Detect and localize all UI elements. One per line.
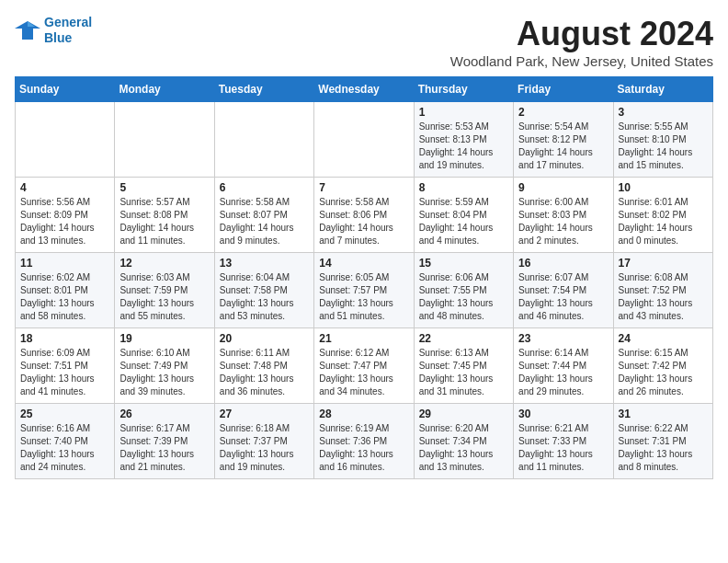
day-number: 27 bbox=[220, 408, 309, 420]
cell-info: Sunrise: 6:21 AM Sunset: 7:33 PM Dayligh… bbox=[518, 422, 608, 474]
cell-info: Sunrise: 5:57 AM Sunset: 8:08 PM Dayligh… bbox=[119, 196, 209, 247]
day-number: 23 bbox=[518, 332, 608, 345]
cell-info: Sunrise: 6:01 AM Sunset: 8:02 PM Dayligh… bbox=[619, 196, 708, 247]
weekday-header: Tuesday bbox=[214, 77, 313, 102]
cell-info: Sunrise: 6:00 AM Sunset: 8:03 PM Dayligh… bbox=[518, 196, 608, 247]
day-number: 2 bbox=[518, 106, 608, 119]
calendar-week-row: 18Sunrise: 6:09 AM Sunset: 7:51 PM Dayli… bbox=[16, 328, 713, 404]
calendar-cell: 15Sunrise: 6:06 AM Sunset: 7:55 PM Dayli… bbox=[414, 253, 513, 328]
day-number: 15 bbox=[419, 257, 508, 270]
day-number: 11 bbox=[20, 257, 109, 270]
logo: General Blue bbox=[15, 15, 92, 46]
day-number: 31 bbox=[619, 408, 708, 420]
cell-info: Sunrise: 6:16 AM Sunset: 7:40 PM Dayligh… bbox=[20, 422, 109, 474]
day-number: 20 bbox=[220, 332, 309, 345]
cell-info: Sunrise: 6:22 AM Sunset: 7:31 PM Dayligh… bbox=[619, 422, 708, 474]
day-number: 28 bbox=[319, 408, 408, 420]
cell-info: Sunrise: 6:03 AM Sunset: 7:59 PM Dayligh… bbox=[119, 271, 209, 323]
cell-info: Sunrise: 5:55 AM Sunset: 8:10 PM Dayligh… bbox=[619, 121, 708, 172]
cell-info: Sunrise: 6:18 AM Sunset: 7:37 PM Dayligh… bbox=[220, 422, 309, 474]
cell-info: Sunrise: 6:06 AM Sunset: 7:55 PM Dayligh… bbox=[419, 271, 508, 323]
calendar-cell: 2Sunrise: 5:54 AM Sunset: 8:12 PM Daylig… bbox=[514, 102, 613, 178]
calendar-cell: 29Sunrise: 6:20 AM Sunset: 7:34 PM Dayli… bbox=[414, 404, 513, 479]
cell-info: Sunrise: 6:02 AM Sunset: 8:01 PM Dayligh… bbox=[20, 271, 109, 323]
calendar-cell: 3Sunrise: 5:55 AM Sunset: 8:10 PM Daylig… bbox=[613, 102, 712, 178]
day-number: 25 bbox=[20, 408, 109, 420]
weekday-header: Sunday bbox=[16, 77, 115, 102]
cell-info: Sunrise: 6:17 AM Sunset: 7:39 PM Dayligh… bbox=[119, 422, 209, 474]
weekday-header: Saturday bbox=[613, 77, 712, 102]
calendar-cell bbox=[314, 102, 414, 178]
day-number: 8 bbox=[419, 181, 508, 194]
day-number: 6 bbox=[220, 181, 309, 194]
weekday-header-row: SundayMondayTuesdayWednesdayThursdayFrid… bbox=[16, 77, 713, 102]
page-header: General Blue August 2024 Woodland Park, … bbox=[15, 15, 713, 69]
calendar-cell: 10Sunrise: 6:01 AM Sunset: 8:02 PM Dayli… bbox=[613, 178, 712, 253]
calendar-cell: 4Sunrise: 5:56 AM Sunset: 8:09 PM Daylig… bbox=[16, 178, 115, 253]
cell-info: Sunrise: 6:08 AM Sunset: 7:52 PM Dayligh… bbox=[619, 271, 708, 323]
calendar-week-row: 25Sunrise: 6:16 AM Sunset: 7:40 PM Dayli… bbox=[16, 404, 713, 479]
logo-text: General Blue bbox=[44, 15, 92, 46]
weekday-header: Monday bbox=[115, 77, 214, 102]
calendar-cell: 7Sunrise: 5:58 AM Sunset: 8:06 PM Daylig… bbox=[314, 178, 414, 253]
cell-info: Sunrise: 6:05 AM Sunset: 7:57 PM Dayligh… bbox=[319, 271, 408, 323]
cell-info: Sunrise: 5:53 AM Sunset: 8:13 PM Dayligh… bbox=[419, 121, 508, 172]
calendar-cell bbox=[16, 102, 115, 178]
day-number: 3 bbox=[619, 106, 708, 119]
title-block: August 2024 Woodland Park, New Jersey, U… bbox=[450, 15, 713, 69]
weekday-header: Friday bbox=[514, 77, 613, 102]
day-number: 26 bbox=[119, 408, 209, 420]
calendar-cell: 9Sunrise: 6:00 AM Sunset: 8:03 PM Daylig… bbox=[514, 178, 613, 253]
calendar-cell: 28Sunrise: 6:19 AM Sunset: 7:36 PM Dayli… bbox=[314, 404, 414, 479]
calendar-cell: 5Sunrise: 5:57 AM Sunset: 8:08 PM Daylig… bbox=[115, 178, 214, 253]
day-number: 18 bbox=[20, 332, 109, 345]
calendar-cell: 19Sunrise: 6:10 AM Sunset: 7:49 PM Dayli… bbox=[115, 328, 214, 404]
calendar-cell: 12Sunrise: 6:03 AM Sunset: 7:59 PM Dayli… bbox=[115, 253, 214, 328]
cell-info: Sunrise: 6:20 AM Sunset: 7:34 PM Dayligh… bbox=[419, 422, 508, 474]
calendar-cell: 24Sunrise: 6:15 AM Sunset: 7:42 PM Dayli… bbox=[613, 328, 712, 404]
calendar-cell: 25Sunrise: 6:16 AM Sunset: 7:40 PM Dayli… bbox=[16, 404, 115, 479]
calendar-cell: 26Sunrise: 6:17 AM Sunset: 7:39 PM Dayli… bbox=[115, 404, 214, 479]
page-subtitle: Woodland Park, New Jersey, United States bbox=[450, 53, 713, 69]
calendar-cell: 21Sunrise: 6:12 AM Sunset: 7:47 PM Dayli… bbox=[314, 328, 414, 404]
cell-info: Sunrise: 5:56 AM Sunset: 8:09 PM Dayligh… bbox=[20, 196, 109, 247]
day-number: 24 bbox=[619, 332, 708, 345]
day-number: 19 bbox=[119, 332, 209, 345]
calendar-cell: 8Sunrise: 5:59 AM Sunset: 8:04 PM Daylig… bbox=[414, 178, 513, 253]
calendar-cell: 16Sunrise: 6:07 AM Sunset: 7:54 PM Dayli… bbox=[514, 253, 613, 328]
calendar-cell: 30Sunrise: 6:21 AM Sunset: 7:33 PM Dayli… bbox=[514, 404, 613, 479]
calendar-cell bbox=[214, 102, 313, 178]
day-number: 5 bbox=[119, 181, 209, 194]
calendar-week-row: 1Sunrise: 5:53 AM Sunset: 8:13 PM Daylig… bbox=[16, 102, 713, 178]
weekday-header: Wednesday bbox=[314, 77, 414, 102]
day-number: 29 bbox=[419, 408, 508, 420]
calendar-cell: 13Sunrise: 6:04 AM Sunset: 7:58 PM Dayli… bbox=[214, 253, 313, 328]
day-number: 9 bbox=[518, 181, 608, 194]
cell-info: Sunrise: 6:04 AM Sunset: 7:58 PM Dayligh… bbox=[220, 271, 309, 323]
cell-info: Sunrise: 6:10 AM Sunset: 7:49 PM Dayligh… bbox=[119, 347, 209, 398]
day-number: 14 bbox=[319, 257, 408, 270]
calendar-cell: 27Sunrise: 6:18 AM Sunset: 7:37 PM Dayli… bbox=[214, 404, 313, 479]
day-number: 10 bbox=[619, 181, 708, 194]
calendar-cell: 17Sunrise: 6:08 AM Sunset: 7:52 PM Dayli… bbox=[613, 253, 712, 328]
cell-info: Sunrise: 6:07 AM Sunset: 7:54 PM Dayligh… bbox=[518, 271, 608, 323]
calendar-table: SundayMondayTuesdayWednesdayThursdayFrid… bbox=[15, 76, 713, 479]
calendar-cell: 11Sunrise: 6:02 AM Sunset: 8:01 PM Dayli… bbox=[16, 253, 115, 328]
calendar-cell: 31Sunrise: 6:22 AM Sunset: 7:31 PM Dayli… bbox=[613, 404, 712, 479]
cell-info: Sunrise: 5:58 AM Sunset: 8:07 PM Dayligh… bbox=[220, 196, 309, 247]
day-number: 7 bbox=[319, 181, 408, 194]
page-title: August 2024 bbox=[450, 15, 713, 53]
weekday-header: Thursday bbox=[414, 77, 513, 102]
calendar-cell: 18Sunrise: 6:09 AM Sunset: 7:51 PM Dayli… bbox=[16, 328, 115, 404]
day-number: 12 bbox=[119, 257, 209, 270]
cell-info: Sunrise: 5:58 AM Sunset: 8:06 PM Dayligh… bbox=[319, 196, 408, 247]
day-number: 1 bbox=[419, 106, 508, 119]
calendar-cell: 1Sunrise: 5:53 AM Sunset: 8:13 PM Daylig… bbox=[414, 102, 513, 178]
cell-info: Sunrise: 6:19 AM Sunset: 7:36 PM Dayligh… bbox=[319, 422, 408, 474]
cell-info: Sunrise: 5:59 AM Sunset: 8:04 PM Dayligh… bbox=[419, 196, 508, 247]
cell-info: Sunrise: 5:54 AM Sunset: 8:12 PM Dayligh… bbox=[518, 121, 608, 172]
calendar-week-row: 4Sunrise: 5:56 AM Sunset: 8:09 PM Daylig… bbox=[16, 178, 713, 253]
calendar-cell bbox=[115, 102, 214, 178]
calendar-week-row: 11Sunrise: 6:02 AM Sunset: 8:01 PM Dayli… bbox=[16, 253, 713, 328]
logo-bird-icon bbox=[15, 19, 40, 41]
